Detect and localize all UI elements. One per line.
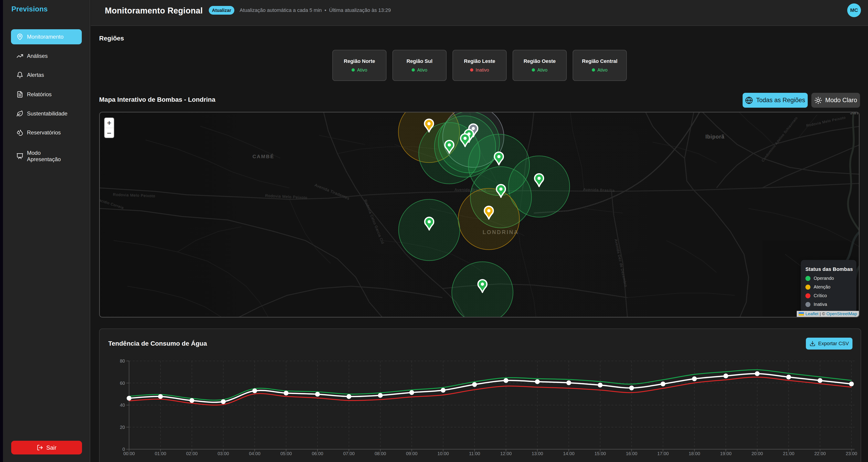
- svg-text:02:00: 02:00: [186, 451, 197, 456]
- svg-text:18:00: 18:00: [689, 451, 700, 456]
- svg-text:03:00: 03:00: [217, 451, 229, 456]
- svg-text:80: 80: [120, 358, 125, 364]
- svg-text:00:00: 00:00: [123, 451, 135, 456]
- svg-text:40: 40: [120, 403, 125, 408]
- svg-text:07:00: 07:00: [343, 451, 354, 456]
- svg-text:60: 60: [120, 381, 125, 386]
- svg-text:06:00: 06:00: [312, 451, 323, 456]
- svg-text:17:00: 17:00: [657, 451, 669, 456]
- svg-text:09:00: 09:00: [406, 451, 417, 456]
- svg-text:13:00: 13:00: [531, 451, 543, 456]
- svg-text:10:00: 10:00: [437, 451, 449, 456]
- svg-text:11:00: 11:00: [469, 451, 480, 456]
- svg-text:Ibiporã: Ibiporã: [705, 134, 724, 140]
- svg-text:21:00: 21:00: [783, 451, 794, 456]
- svg-text:CAMBÉ: CAMBÉ: [252, 154, 274, 159]
- svg-text:20:00: 20:00: [751, 451, 763, 456]
- svg-text:22:00: 22:00: [814, 451, 826, 456]
- svg-text:14:00: 14:00: [563, 451, 575, 456]
- svg-text:08:00: 08:00: [375, 451, 386, 456]
- svg-text:12:00: 12:00: [500, 451, 512, 456]
- svg-text:15:00: 15:00: [594, 451, 606, 456]
- svg-text:05:00: 05:00: [280, 451, 292, 456]
- svg-text:23:00: 23:00: [846, 451, 857, 456]
- svg-text:01:00: 01:00: [155, 451, 166, 456]
- svg-text:04:00: 04:00: [249, 451, 260, 456]
- svg-text:19:00: 19:00: [720, 451, 732, 456]
- svg-text:Jata: Jata: [850, 113, 860, 115]
- svg-text:20: 20: [120, 425, 125, 430]
- svg-text:16:00: 16:00: [626, 451, 637, 456]
